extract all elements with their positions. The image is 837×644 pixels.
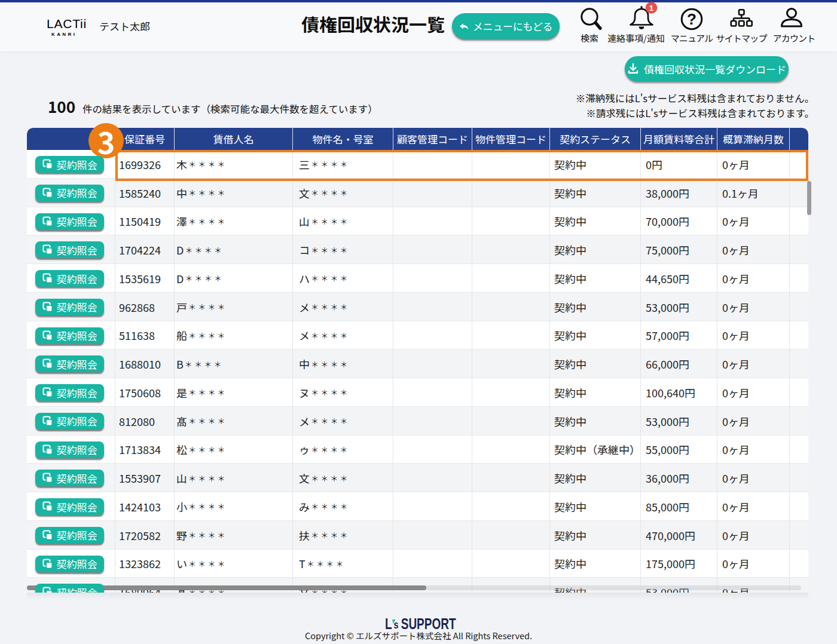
svg-text:1: 1 — [649, 4, 654, 13]
svg-text:?: ? — [687, 10, 697, 28]
